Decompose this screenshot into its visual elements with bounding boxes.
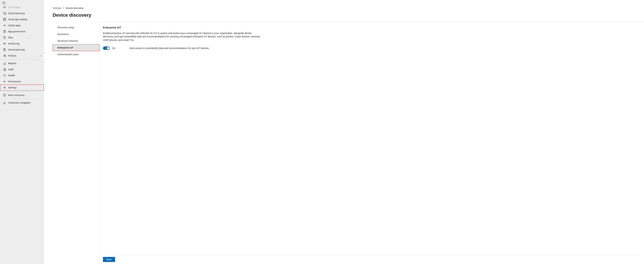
activity-icon — [3, 42, 6, 45]
subnav: Discovery setupExclusionsMonitored netwo… — [53, 22, 100, 264]
sidebar-item-label: Customize navigation — [8, 101, 41, 104]
audit-icon — [3, 68, 6, 71]
sidebar-item-oauth-apps[interactable]: OAuth apps — [0, 22, 44, 28]
content-wrap: Discovery setupExclusionsMonitored netwo… — [53, 22, 644, 264]
sidebar-item-label: Files — [8, 36, 41, 39]
permissions-icon — [3, 80, 6, 83]
reports-icon — [3, 62, 6, 65]
oauth-icon — [3, 24, 6, 27]
sidebar-item-files[interactable]: Files — [0, 34, 44, 41]
hamburger-icon — [2, 2, 41, 4]
svg-point-22 — [5, 55, 6, 55]
sidebar-item-settings[interactable]: Settings — [0, 85, 44, 91]
sidebar-item-label: More resources — [8, 94, 41, 97]
sidebar-item-label: App governance — [8, 30, 41, 33]
sidebar-item-health[interactable]: Health — [0, 72, 44, 78]
svg-rect-7 — [4, 20, 4, 20]
svg-point-15 — [4, 43, 4, 44]
breadcrumb-root[interactable]: Settings — [53, 7, 61, 9]
sidebar-item-label: Permissions — [8, 80, 41, 83]
svg-line-4 — [6, 14, 6, 15]
main: Settings Device discovery Device discove… — [44, 0, 644, 264]
sidebar-item-cloud-discovery[interactable]: Cloud discovery — [0, 10, 44, 16]
svg-point-16 — [5, 43, 6, 44]
sidebar-item-governance-log[interactable]: Governance log — [0, 47, 44, 53]
svg-point-32 — [4, 81, 4, 82]
log-icon — [3, 48, 6, 51]
breadcrumb: Settings Device discovery — [53, 0, 644, 11]
sidebar-item-audit[interactable]: Audit — [0, 66, 44, 72]
governance-icon — [3, 30, 6, 33]
svg-rect-8 — [5, 20, 6, 20]
sidebar-list: Cloud appsCloud discoveryCloud app catal… — [0, 6, 44, 264]
sidebar-item-label: Governance log — [8, 48, 41, 51]
enterprise-iot-toggle[interactable] — [103, 46, 110, 50]
hamburger-menu[interactable] — [0, 1, 44, 6]
subnav-item-discovery-setup[interactable]: Discovery setup — [53, 24, 100, 31]
toggle-help-text: Gain access to vulnerability data and re… — [130, 47, 209, 49]
files-icon — [3, 36, 6, 39]
svg-point-10 — [5, 25, 6, 26]
sidebar-item-label: Audit — [8, 68, 41, 71]
svg-rect-6 — [5, 18, 6, 19]
edit-icon — [3, 101, 6, 104]
sidebar-item-activity-log[interactable]: Activity log — [0, 41, 44, 47]
sidebar-item-label: OAuth apps — [8, 24, 41, 27]
sidebar-item-label: Cloud app catalog — [8, 18, 41, 21]
settings-icon — [3, 86, 6, 89]
cloud-apps-icon — [3, 6, 6, 9]
breadcrumb-current: Device discovery — [66, 7, 84, 9]
sidebar-item-customize-navigation[interactable]: Customize navigation — [0, 100, 44, 106]
section-description: Enable enterprise IoT security with Defe… — [103, 31, 262, 42]
sidebar-item-permissions[interactable]: Permissions — [0, 78, 44, 85]
sidebar-item-label: Policies — [8, 54, 39, 57]
sidebar-item-more-resources[interactable]: More resources — [0, 92, 44, 98]
sidebar-item-label: Cloud apps — [8, 6, 41, 8]
svg-point-36 — [4, 87, 5, 88]
sidebar-item-label: Cloud discovery — [8, 12, 41, 15]
content-pane: Enterprise IoT Enable enterprise IoT sec… — [100, 22, 644, 264]
cloud-discovery-icon — [3, 12, 6, 15]
svg-point-9 — [4, 25, 4, 26]
sidebar-item-label: Settings — [8, 86, 41, 89]
sidebar-item-label: Reports — [8, 62, 41, 65]
policies-icon — [3, 54, 6, 57]
toggle-row: On Gain access to vulnerability data and… — [103, 46, 640, 50]
subnav-item-monitored-networks[interactable]: Monitored networks — [53, 37, 100, 44]
section-heading: Enterprise IoT — [103, 26, 640, 29]
catalog-icon — [3, 18, 6, 21]
sidebar-item-app-governance[interactable]: App governance — [0, 28, 44, 34]
footer-bar: Save — [103, 255, 640, 264]
sidebar-item-cloud-apps[interactable]: Cloud apps — [0, 6, 44, 10]
save-button[interactable]: Save — [103, 257, 115, 262]
info-icon — [3, 94, 6, 97]
chevron-right-icon — [62, 7, 64, 9]
subnav-item-authenticated-scans[interactable]: Authenticated scans — [53, 51, 100, 58]
sidebar: Cloud appsCloud discoveryCloud app catal… — [0, 0, 44, 264]
sidebar-item-cloud-app-catalog[interactable]: Cloud app catalog — [0, 16, 44, 22]
sidebar-item-reports[interactable]: Reports — [0, 60, 44, 66]
svg-point-24 — [4, 56, 5, 56]
chevron-down-icon — [39, 55, 41, 57]
sidebar-item-label: Activity log — [8, 42, 41, 45]
toggle-state-label: On — [112, 47, 115, 49]
sidebar-item-label: Health — [8, 74, 41, 77]
toggle-knob — [107, 47, 109, 49]
svg-point-27 — [6, 56, 6, 57]
subnav-item-exclusions[interactable]: Exclusions — [53, 31, 100, 37]
subnav-item-enterprise-iot[interactable]: Enterprise IoT — [53, 44, 100, 51]
health-icon — [3, 74, 6, 77]
sidebar-item-policies[interactable]: Policies — [0, 53, 44, 59]
page-title: Device discovery — [53, 12, 644, 18]
svg-rect-5 — [4, 18, 4, 19]
